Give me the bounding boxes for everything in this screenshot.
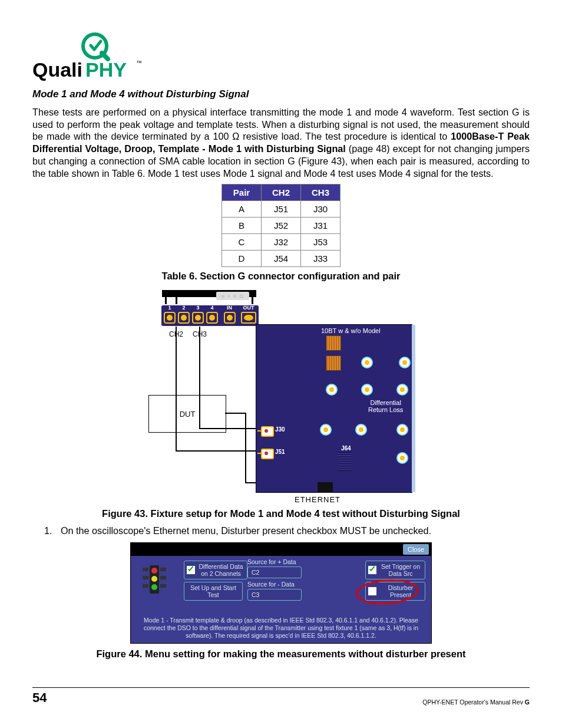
figure-44-dialog: Close Differential Data on 2 Channels Se… bbox=[130, 542, 432, 644]
red-highlight-circle bbox=[355, 578, 419, 607]
table-row: AJ51J30 bbox=[222, 201, 340, 218]
figure-44-caption: Figure 44. Menu setting for making the m… bbox=[32, 648, 530, 660]
scope-toolbar-icon: ○ ◦ ○ □ bbox=[216, 292, 249, 300]
setup-start-test-button[interactable]: Set Up and Start Test bbox=[184, 582, 243, 601]
board-label-drl1: Differential bbox=[370, 399, 401, 406]
svg-text:Quali: Quali bbox=[32, 58, 82, 81]
checkbox-checked-icon bbox=[187, 566, 195, 574]
step-list: On the oscilloscope's Ethernet menu, Dis… bbox=[32, 525, 530, 536]
source-plus-label: Source for + Data bbox=[247, 558, 296, 566]
j51-label: J51 bbox=[275, 449, 285, 455]
table-row: DJ54J33 bbox=[222, 251, 340, 267]
j64-label: J64 bbox=[341, 445, 351, 452]
checkbox-checked-icon bbox=[368, 566, 376, 574]
dialog-message: Mode 1 - Transmit template & droop (as d… bbox=[135, 617, 427, 640]
source-minus-field[interactable]: C3 bbox=[247, 589, 302, 601]
board-label-10bt: 10BT w & w/o Model bbox=[321, 327, 381, 334]
differential-data-checkbox[interactable]: Differential Data on 2 Channels bbox=[184, 561, 247, 579]
th-ch2: CH2 bbox=[262, 185, 301, 201]
connector-table: Pair CH2 CH3 AJ51J30 BJ52J31 CJ32J53 DJ5… bbox=[222, 184, 340, 267]
page-number: 54 bbox=[32, 690, 47, 706]
stoplight-icon bbox=[138, 562, 170, 597]
th-ch3: CH3 bbox=[301, 185, 340, 201]
figure-43-diagram: ○ ◦ ○ □ 1 2 3 4 IN OUT CH2 CH3 DUT bbox=[148, 288, 414, 503]
qualiphy-logo: Quali PHY ™ bbox=[32, 29, 530, 85]
test-fixture-board: 10BT w & w/o Model Differential Return L… bbox=[256, 324, 412, 493]
th-pair: Pair bbox=[222, 185, 262, 201]
sma-j51-icon bbox=[261, 449, 274, 459]
sma-j30-icon bbox=[261, 426, 274, 437]
table-caption: Table 6. Section G connector configurati… bbox=[32, 271, 530, 282]
table-row: CJ32J53 bbox=[222, 234, 340, 251]
set-trigger-checkbox[interactable]: Set Trigger on Data Src bbox=[365, 561, 425, 579]
source-minus-label: Source for - Data bbox=[247, 581, 295, 588]
footer-right: QPHY-ENET Operator's Manual Rev G bbox=[422, 699, 530, 706]
page-footer: 54 QPHY-ENET Operator's Manual Rev G bbox=[32, 687, 530, 706]
table-row: BJ52J31 bbox=[222, 218, 340, 234]
dut-box: DUT bbox=[148, 395, 226, 433]
section-heading: Mode 1 and Mode 4 without Disturbing Sig… bbox=[32, 88, 530, 100]
scope-jack-row: 1 2 3 4 IN OUT bbox=[161, 305, 259, 326]
step-1: On the oscilloscope's Ethernet menu, Dis… bbox=[55, 525, 530, 536]
j30-label: J30 bbox=[275, 426, 285, 433]
svg-text:™: ™ bbox=[136, 60, 142, 66]
body-paragraph: These tests are performed on a physical … bbox=[32, 106, 530, 179]
ethernet-label: ETHERNET bbox=[295, 495, 340, 504]
board-label-drl2: Return Loss bbox=[368, 406, 403, 413]
close-button[interactable]: Close bbox=[403, 544, 429, 555]
source-plus-field[interactable]: C2 bbox=[247, 566, 302, 578]
svg-text:PHY: PHY bbox=[85, 58, 127, 81]
figure-43-caption: Figure 43. Fixture setup for Mode 1 and … bbox=[32, 508, 530, 519]
